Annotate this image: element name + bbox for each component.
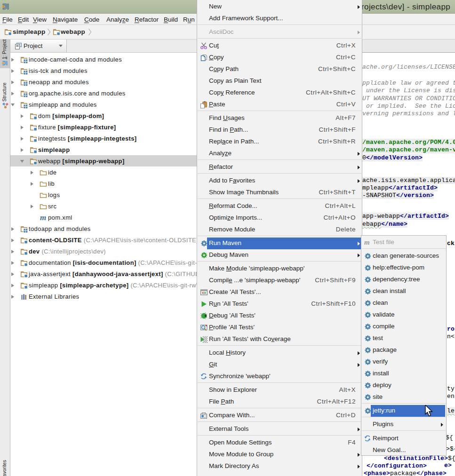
svg-text:m: m: [364, 238, 370, 246]
